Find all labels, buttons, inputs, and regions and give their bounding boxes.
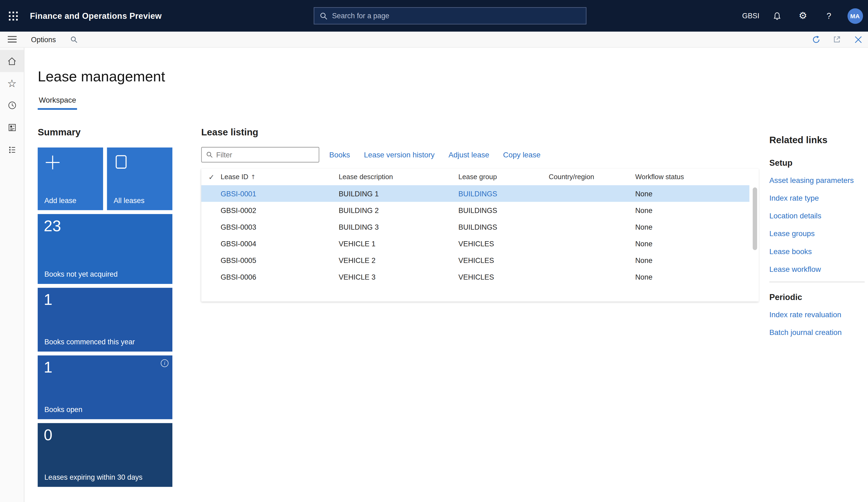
leases-expiring-tile[interactable]: 0 Leases expiring within 30 days bbox=[38, 423, 172, 487]
open-in-new-window-button[interactable] bbox=[830, 33, 844, 46]
sidebar-item-workspaces[interactable] bbox=[0, 116, 24, 139]
lease-group-cell: BUILDINGS bbox=[458, 223, 549, 231]
table-row[interactable]: GBSI-0001 BUILDING 1 BUILDINGS None bbox=[201, 185, 749, 202]
close-icon bbox=[854, 36, 861, 43]
tile-label: All leases bbox=[114, 196, 168, 205]
related-links-heading: Related links bbox=[769, 135, 865, 146]
tile-count: 1 bbox=[44, 291, 52, 309]
left-sidebar: ☆ bbox=[0, 48, 24, 502]
lease-id-cell[interactable]: GBSI-0005 bbox=[221, 256, 339, 264]
tab-strip: Workspace bbox=[38, 95, 77, 110]
lease-id-cell[interactable]: GBSI-0002 bbox=[221, 206, 339, 214]
column-header-lease-id[interactable]: Lease ID↑ bbox=[221, 173, 339, 181]
table-row[interactable]: GBSI-0006 VEHICLE 3 VEHICLES None bbox=[201, 268, 749, 285]
batch-journal-creation-link[interactable]: Batch journal creation bbox=[769, 328, 842, 337]
tile-label: Books open bbox=[44, 405, 168, 414]
toolbar-right-cluster bbox=[809, 33, 868, 46]
lease-id-cell[interactable]: GBSI-0006 bbox=[221, 273, 339, 281]
lease-workflow-link[interactable]: Lease workflow bbox=[769, 265, 821, 274]
column-header-country-region[interactable]: Country/region bbox=[549, 173, 635, 181]
table-row[interactable]: GBSI-0003 BUILDING 3 BUILDINGS None bbox=[201, 218, 749, 235]
lease-description-cell: BUILDING 1 bbox=[339, 189, 458, 198]
sidebar-item-recent[interactable] bbox=[0, 94, 24, 116]
notifications-button[interactable] bbox=[764, 0, 790, 32]
listing-controls: Books Lease version history Adjust lease… bbox=[201, 147, 759, 163]
select-all-check-icon[interactable]: ✓ bbox=[201, 173, 220, 181]
table-row[interactable]: GBSI-0005 VEHICLE 2 VEHICLES None bbox=[201, 252, 749, 268]
options-tab[interactable]: Options bbox=[24, 35, 56, 43]
all-leases-tile[interactable]: All leases bbox=[107, 147, 172, 210]
nav-menu-button[interactable] bbox=[0, 31, 24, 48]
tile-label: Books not yet acquired bbox=[44, 270, 168, 279]
lease-listing-heading: Lease listing bbox=[201, 127, 759, 138]
lease-group-link[interactable]: BUILDINGS bbox=[458, 189, 497, 198]
lease-groups-link[interactable]: Lease groups bbox=[769, 230, 815, 238]
listing-action-links: Books Lease version history Adjust lease… bbox=[329, 151, 540, 159]
account-button[interactable]: MA bbox=[842, 0, 868, 32]
column-header-workflow-status[interactable]: Workflow status bbox=[635, 173, 749, 181]
app-title: Finance and Operations Preview bbox=[30, 11, 162, 20]
lease-id-cell[interactable]: GBSI-0003 bbox=[221, 223, 339, 231]
books-commenced-this-year-tile[interactable]: 1 Books commenced this year bbox=[38, 288, 172, 351]
global-search-box[interactable] bbox=[314, 7, 587, 24]
lease-description-cell: VEHICLE 3 bbox=[339, 273, 458, 281]
filter-search-icon bbox=[206, 152, 213, 158]
lease-description-cell: VEHICLE 1 bbox=[339, 239, 458, 248]
filter-box[interactable] bbox=[201, 147, 319, 163]
sidebar-item-favorites[interactable]: ☆ bbox=[0, 72, 24, 94]
index-rate-revaluation-link[interactable]: Index rate revaluation bbox=[769, 310, 841, 319]
lease-books-link[interactable]: Lease books bbox=[769, 247, 812, 256]
open-in-new-icon bbox=[833, 35, 841, 43]
app-launcher-button[interactable] bbox=[0, 0, 27, 32]
help-button[interactable]: ? bbox=[816, 0, 842, 32]
table-row[interactable]: GBSI-0004 VEHICLE 1 VEHICLES None bbox=[201, 235, 749, 252]
refresh-button[interactable] bbox=[809, 33, 823, 46]
close-page-button[interactable] bbox=[851, 33, 865, 46]
lease-group-cell: VEHICLES bbox=[458, 273, 549, 281]
workspace-icon bbox=[8, 123, 17, 132]
periodic-heading: Periodic bbox=[769, 292, 865, 301]
global-search-input[interactable] bbox=[332, 12, 580, 20]
info-icon[interactable]: i bbox=[161, 359, 169, 367]
sidebar-item-modules[interactable] bbox=[0, 139, 24, 161]
copy-lease-link[interactable]: Copy lease bbox=[503, 151, 540, 159]
asset-leasing-parameters-link[interactable]: Asset leasing parameters bbox=[769, 176, 854, 185]
grid-header-row: ✓ Lease ID↑ Lease description Lease grou… bbox=[201, 169, 749, 185]
setup-links: Asset leasing parameters Index rate type… bbox=[769, 175, 865, 274]
location-details-link[interactable]: Location details bbox=[769, 212, 822, 220]
filter-input[interactable] bbox=[216, 151, 314, 159]
top-navigation-bar: Finance and Operations Preview GBSI ⚙ bbox=[0, 0, 868, 32]
sidebar-item-home[interactable] bbox=[0, 50, 24, 72]
column-header-label: Lease ID bbox=[221, 173, 248, 181]
workflow-status-cell: None bbox=[635, 206, 749, 214]
settings-button[interactable]: ⚙ bbox=[790, 0, 816, 32]
lease-version-history-link[interactable]: Lease version history bbox=[364, 151, 434, 159]
sort-ascending-icon: ↑ bbox=[250, 174, 256, 181]
hamburger-icon bbox=[8, 36, 17, 43]
waffle-icon bbox=[8, 11, 18, 21]
index-rate-type-link[interactable]: Index rate type bbox=[769, 194, 819, 203]
books-open-tile[interactable]: i 1 Books open bbox=[38, 355, 172, 419]
search-icon bbox=[70, 36, 78, 43]
home-icon bbox=[7, 57, 17, 66]
tile-count: 23 bbox=[44, 217, 61, 235]
column-header-lease-description[interactable]: Lease description bbox=[339, 173, 458, 181]
add-lease-tile[interactable]: Add lease bbox=[38, 147, 103, 210]
grid-scrollbar[interactable] bbox=[753, 187, 757, 250]
books-not-yet-acquired-tile[interactable]: 23 Books not yet acquired bbox=[38, 214, 172, 284]
column-header-lease-group[interactable]: Lease group bbox=[458, 173, 549, 181]
lease-id-link[interactable]: GBSI-0001 bbox=[221, 189, 256, 198]
books-link[interactable]: Books bbox=[329, 151, 350, 159]
related-links-panel: Related links Setup Asset leasing parame… bbox=[769, 135, 865, 345]
company-picker[interactable]: GBSI bbox=[738, 0, 764, 32]
page-title: Lease management bbox=[38, 68, 165, 85]
lease-id-cell[interactable]: GBSI-0004 bbox=[221, 239, 339, 248]
tile-count: 1 bbox=[44, 359, 52, 377]
toolbar-search-button[interactable] bbox=[70, 36, 78, 43]
table-row[interactable]: GBSI-0002 BUILDING 2 BUILDINGS None bbox=[201, 202, 749, 218]
workflow-status-cell: None bbox=[635, 256, 749, 264]
adjust-lease-link[interactable]: Adjust lease bbox=[448, 151, 489, 159]
tab-workspace[interactable]: Workspace bbox=[38, 96, 77, 110]
setup-heading: Setup bbox=[769, 158, 865, 167]
help-icon: ? bbox=[827, 11, 831, 20]
